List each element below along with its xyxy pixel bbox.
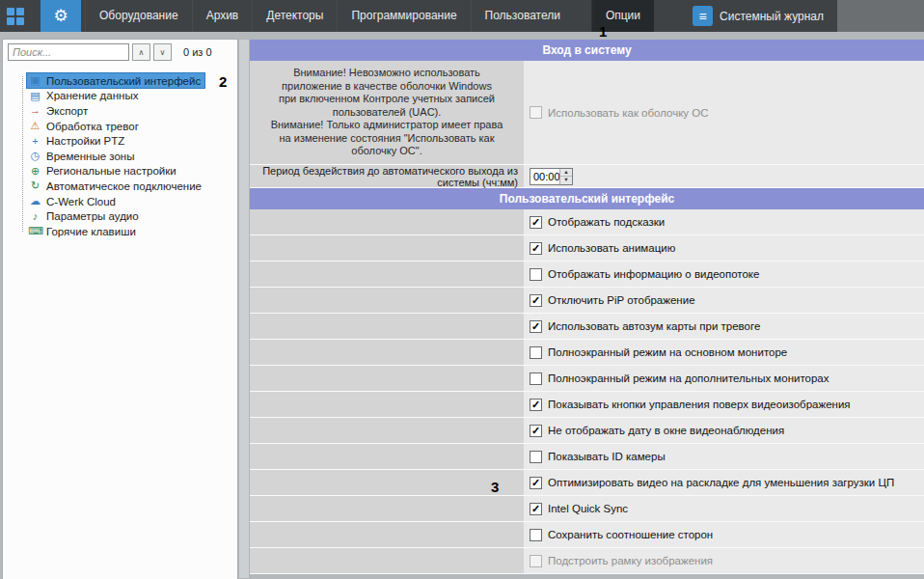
option-value-cell: Отображать информацию о видеопотоке — [524, 262, 924, 288]
option-checkbox-row[interactable]: Полноэкранный режим на основном мониторе — [530, 346, 787, 359]
shell-checkbox-option[interactable]: Использовать как оболочку ОС — [530, 106, 709, 119]
main-tabs: ОборудованиеАрхивДетекторыПрограммирован… — [85, 0, 654, 32]
checkbox-unchecked[interactable] — [530, 451, 542, 463]
tree-item[interactable]: +Настройки PTZ — [3, 133, 237, 149]
option-checkbox-row[interactable]: ✓Отображать подсказки — [530, 216, 665, 229]
option-row-spacer — [250, 496, 524, 522]
option-row-spacer — [250, 262, 524, 288]
sidebar: ∧ ∨ 0 из 0 ▣Пользовательский интерфейс▤Х… — [2, 39, 238, 579]
idle-value-cell: ▲ ▼ — [524, 165, 924, 188]
option-checkbox-row[interactable]: ✓Использовать анимацию — [530, 242, 675, 255]
search-next-button[interactable]: ∨ — [153, 43, 172, 61]
checkbox-unchecked[interactable] — [530, 346, 542, 359]
idle-row: Период бездействия до автоматического вы… — [250, 165, 924, 188]
option-checkbox-row[interactable]: Показывать ID камеры — [530, 451, 666, 463]
tree-item-label: C-Werk Cloud — [46, 196, 116, 207]
tree-item-label: Обработка тревог — [46, 121, 139, 132]
search-input[interactable] — [8, 43, 129, 61]
journal-label: Системный журнал — [720, 10, 824, 23]
option-value-cell: Показывать ID камеры — [524, 444, 924, 470]
spin-buttons: ▲ ▼ — [559, 169, 572, 184]
checkbox-checked[interactable]: ✓ — [530, 294, 542, 307]
checkbox-checked[interactable]: ✓ — [530, 477, 542, 489]
tree-item[interactable]: ◷Временные зоны — [3, 149, 237, 164]
tree-item[interactable]: ⚠Обработка тревог — [3, 119, 237, 134]
option-checkbox-row[interactable]: ✓Отключить PiP отображение — [530, 294, 695, 307]
tree-item-inner: ▤Хранение данных — [27, 89, 142, 103]
tree-item[interactable]: ▣Пользовательский интерфейс — [3, 73, 237, 89]
option-checkbox-row[interactable]: Подстроить рамку изображения — [530, 555, 713, 567]
spin-down-button[interactable]: ▼ — [560, 176, 572, 184]
option-value-cell: ✓Показывать кнопки управления поверх вид… — [524, 392, 924, 418]
tab-detectors[interactable]: Детекторы — [252, 0, 337, 32]
tab-archive[interactable]: Архив — [192, 0, 253, 32]
option-value-cell: ✓Не отображать дату в окне видеонаблюден… — [524, 418, 924, 444]
option-value-cell: ✓Intel Quick Sync — [524, 496, 924, 522]
checkbox-checked[interactable]: ✓ — [530, 503, 542, 515]
option-checkbox-row[interactable]: ✓Оптимизировать видео на раскладке для у… — [530, 477, 894, 489]
tree-item-label: Параметры аудио — [46, 210, 139, 222]
option-row: Подстроить рамку изображения — [250, 548, 924, 574]
checkbox-unchecked[interactable] — [530, 268, 542, 281]
sidebar-scrollbar[interactable] — [238, 39, 250, 579]
option-label: Использовать автозум карты при тревоге — [548, 320, 760, 332]
callout-1: 1 — [599, 23, 607, 40]
tree-item[interactable]: ☁C-Werk Cloud — [3, 194, 237, 209]
option-row: ✓Intel Quick Sync — [250, 496, 924, 522]
connection-icon: ↻ — [28, 180, 42, 191]
system-journal-button[interactable]: ≡ Системный журнал — [679, 0, 837, 32]
checkbox-checked[interactable]: ✓ — [530, 320, 542, 333]
option-checkbox-row[interactable]: ✓Использовать автозум карты при тревоге — [530, 320, 760, 333]
option-row-spacer — [250, 288, 524, 314]
options-list: ✓Отображать подсказки✓Использовать анима… — [250, 209, 924, 574]
ptz-icon: + — [28, 136, 42, 147]
option-checkbox-row[interactable]: Сохранить соотношение сторон — [530, 529, 713, 541]
option-checkbox-row[interactable]: Отображать информацию о видеопотоке — [530, 268, 759, 281]
tab-users[interactable]: Пользователи — [471, 0, 574, 32]
tree-item-inner: ↻Автоматическое подключение — [27, 179, 205, 193]
checkbox-unchecked[interactable] — [530, 529, 542, 541]
tree-item[interactable]: ↻Автоматическое подключение — [3, 179, 237, 194]
callout-3: 3 — [491, 479, 499, 495]
checkbox-checked[interactable]: ✓ — [530, 425, 542, 437]
settings-tree: ▣Пользовательский интерфейс▤Хранение дан… — [3, 73, 237, 239]
monitor-icon: ▣ — [28, 75, 42, 86]
checkbox-unchecked[interactable] — [530, 372, 542, 385]
checkbox-unchecked[interactable] — [530, 555, 542, 567]
audio-icon: ♪ — [28, 211, 42, 222]
checkbox-checked[interactable]: ✓ — [530, 399, 542, 411]
alarm-icon: ⚠ — [28, 121, 42, 131]
apps-grid-button[interactable] — [0, 0, 31, 32]
shell-checkbox[interactable] — [530, 106, 542, 119]
shell-checkbox-label: Использовать как оболочку ОС — [548, 107, 709, 119]
option-value-cell: Полноэкранный режим на основном мониторе — [524, 340, 924, 366]
option-checkbox-row[interactable]: ✓Не отображать дату в окне видеонаблюден… — [530, 425, 784, 437]
tree-item-inner: +Настройки PTZ — [27, 134, 128, 149]
checkbox-checked[interactable]: ✓ — [530, 216, 542, 229]
settings-panel: Вход в систему Внимание! Невозможно испо… — [250, 40, 924, 579]
spin-up-button[interactable]: ▲ — [560, 169, 572, 177]
settings-gear-button[interactable]: ⚙ — [41, 0, 81, 32]
option-checkbox-row[interactable]: ✓Intel Quick Sync — [530, 503, 628, 515]
tree-item-inner: ⊕Региональные настройки — [27, 164, 180, 179]
tree-item[interactable]: ⌨Горячие клавиши — [3, 224, 237, 239]
checkbox-checked[interactable]: ✓ — [530, 242, 542, 255]
tree-item[interactable]: ⊕Региональные настройки — [3, 164, 237, 179]
search-prev-button[interactable]: ∧ — [132, 43, 150, 61]
option-checkbox-row[interactable]: Полноэкранный режим на дополнительных мо… — [530, 372, 829, 385]
topbar: ⚙ ОборудованиеАрхивДетекторыПрограммиров… — [0, 0, 924, 32]
idle-timeout-input[interactable] — [530, 169, 559, 184]
tree-item[interactable]: ♪Параметры аудио — [3, 208, 237, 224]
idle-timeout-spinbox: ▲ ▼ — [530, 168, 573, 185]
option-label: Отключить PiP отображение — [548, 294, 695, 306]
option-label: Отображать подсказки — [548, 216, 665, 228]
option-row-spacer — [250, 392, 524, 418]
option-label: Не отображать дату в окне видеонаблюдени… — [548, 425, 784, 436]
option-label: Показывать ID камеры — [548, 451, 666, 462]
option-checkbox-row[interactable]: ✓Показывать кнопки управления поверх вид… — [530, 399, 851, 411]
tab-programming[interactable]: Программирование — [337, 0, 470, 32]
tab-hardware[interactable]: Оборудование — [85, 0, 192, 32]
option-row-spacer — [250, 340, 524, 366]
tree-item[interactable]: →Экспорт — [3, 103, 237, 119]
tree-item[interactable]: ▤Хранение данных — [3, 89, 237, 104]
